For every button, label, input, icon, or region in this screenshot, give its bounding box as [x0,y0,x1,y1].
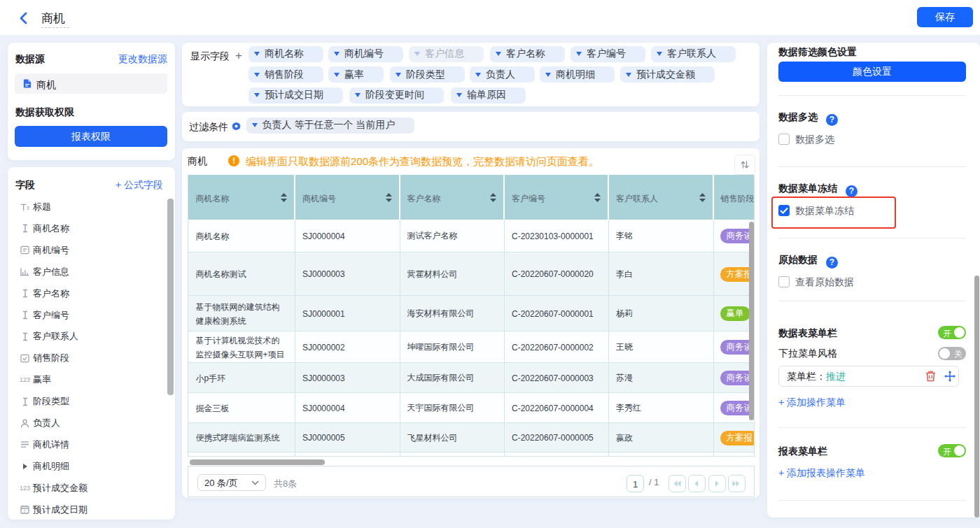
svg-text:7: 7 [24,509,27,513]
